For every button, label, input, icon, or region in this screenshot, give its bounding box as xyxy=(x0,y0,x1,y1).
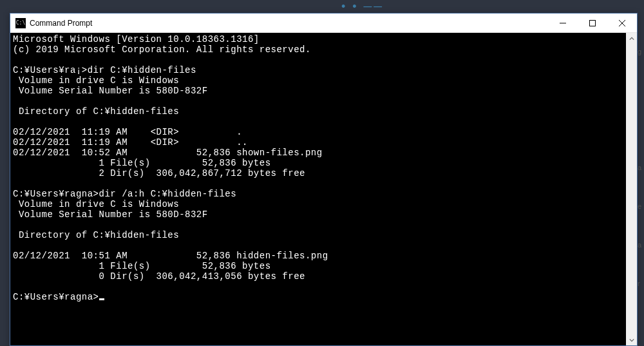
chevron-down-icon xyxy=(629,338,634,343)
minimize-button[interactable] xyxy=(548,14,578,33)
window-title: Command Prompt xyxy=(30,19,548,28)
close-button[interactable] xyxy=(607,14,637,33)
close-icon xyxy=(619,20,625,26)
maximize-icon xyxy=(589,20,596,26)
terminal-output[interactable]: Microsoft Windows [Version 10.0.18363.13… xyxy=(10,33,637,345)
cmd-icon: C:\ xyxy=(15,18,26,28)
scrollbar[interactable] xyxy=(626,33,637,345)
terminal-text: Microsoft Windows [Version 10.0.18363.13… xyxy=(13,34,328,282)
minimize-icon xyxy=(560,20,566,26)
background-side-text: g a e a r xyxy=(638,32,644,303)
command-prompt-window: C:\ Command Prompt Microsoft Windows [Ve… xyxy=(10,13,638,346)
svg-rect-1 xyxy=(590,20,596,26)
window-controls xyxy=(548,14,637,33)
chevron-up-icon xyxy=(629,36,634,41)
cursor xyxy=(99,298,104,300)
titlebar[interactable]: C:\ Command Prompt xyxy=(10,14,637,33)
background-decoration: • • ── xyxy=(341,0,384,14)
scrollbar-down-button[interactable] xyxy=(626,334,637,345)
maximize-button[interactable] xyxy=(578,14,607,33)
scrollbar-up-button[interactable] xyxy=(626,33,637,44)
terminal-prompt: C:¥Users¥ragna> xyxy=(13,292,99,302)
